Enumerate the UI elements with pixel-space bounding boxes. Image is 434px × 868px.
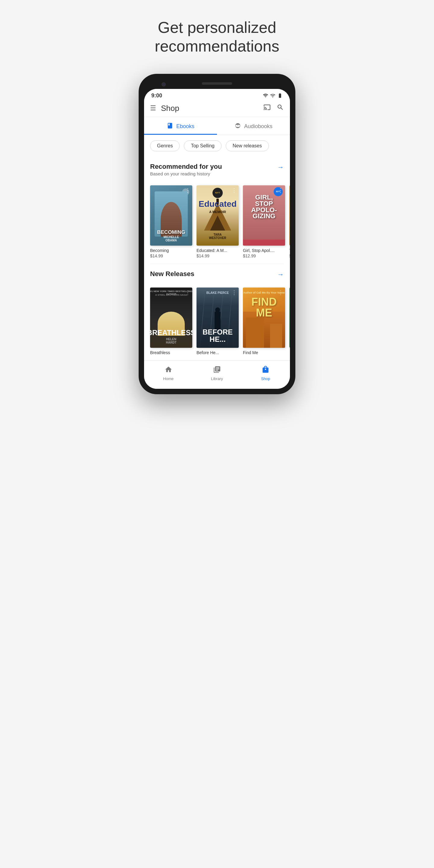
book-newrel-partial — [289, 287, 290, 355]
book-becoming-title: Becoming — [150, 248, 192, 253]
book-girlstop-cover-wrap[interactable]: NYT GIRL,STOPAPOLO-GIZING ⋮ — [243, 185, 285, 246]
book-girlstop-title: Girl, Stop Apol.... — [243, 248, 285, 253]
book-partial-price: $1... — [289, 253, 290, 258]
recommended-section: Recommended for you Based on your readin… — [144, 157, 290, 181]
nav-library-label: Library — [211, 376, 223, 381]
book-breathless: #1 NEW YORK TIMES BESTSELLING AUTHOR BRE… — [150, 287, 192, 355]
cast-icon[interactable] — [264, 104, 271, 113]
book-breathless-title: Breathless — [150, 350, 192, 355]
recommended-section-header: Recommended for you Based on your readin… — [150, 163, 284, 176]
book-becoming: #1 NEW YORK TIMES BESTSELLER ⊕ BECOMING … — [150, 185, 192, 258]
book-educated-cover-wrap[interactable]: NYT Educated A MEMOIR TARAWESTOVER — [196, 185, 239, 246]
book-newrel-partial-cover — [289, 287, 290, 348]
filter-top-selling[interactable]: Top Selling — [184, 141, 221, 151]
home-icon — [164, 366, 173, 375]
recommended-books-row: #1 NEW YORK TIMES BESTSELLER ⊕ BECOMING … — [144, 181, 290, 264]
bottom-nav: Home Library Shop — [144, 361, 290, 389]
book-educated-title: Educated: A M... — [196, 248, 239, 253]
book-partial-title: Th... — [289, 248, 290, 253]
tab-ebooks[interactable]: Ebooks — [144, 117, 217, 135]
menu-icon[interactable]: ☰ — [150, 104, 156, 112]
scroll-content: Recommended for you Based on your readin… — [144, 157, 290, 361]
status-time: 9:00 — [151, 93, 162, 99]
wifi-icon — [263, 93, 268, 98]
book-beforehe-title: Before He... — [196, 350, 239, 355]
book-educated-menu[interactable]: ⋮ — [231, 187, 237, 194]
tabs-row: Ebooks Audiobooks — [144, 117, 290, 135]
recommended-subtitle: Based on your reading history — [150, 171, 222, 176]
page-header: Get personalized recommendations — [143, 18, 291, 56]
app-bar: ☰ Shop — [144, 101, 290, 117]
filter-genres[interactable]: Genres — [150, 141, 180, 151]
book-girlstop: NYT GIRL,STOPAPOLO-GIZING ⋮ Girl, Stop A… — [243, 185, 285, 258]
new-releases-arrow[interactable]: → — [277, 271, 284, 278]
battery-icon — [277, 93, 283, 98]
phone-screen: 9:00 ☰ Shop — [144, 89, 290, 389]
shop-icon — [261, 366, 270, 375]
phone-camera — [161, 82, 166, 87]
new-releases-books-row: #1 NEW YORK TIMES BESTSELLING AUTHOR BRE… — [144, 283, 290, 361]
book-breathless-cover-wrap[interactable]: #1 NEW YORK TIMES BESTSELLING AUTHOR BRE… — [150, 287, 192, 348]
ebooks-tab-icon — [167, 122, 173, 130]
book-partial: Th... $1... — [289, 185, 290, 258]
phone-shell: 9:00 ☰ Shop — [138, 74, 296, 394]
search-icon[interactable] — [277, 104, 284, 113]
filter-row: Genres Top Selling New releases — [144, 135, 290, 157]
book-girlstop-cover: NYT GIRL,STOPAPOLO-GIZING — [243, 185, 285, 246]
phone-speaker — [202, 82, 232, 85]
recommended-title: Recommended for you — [150, 163, 222, 170]
book-newrel-partial-cover-wrap[interactable] — [289, 287, 290, 348]
signal-icon — [270, 93, 276, 98]
book-findme-cover-wrap[interactable]: FINDME Author of Call Me By Your Name ⋮ — [243, 287, 285, 348]
nav-shop[interactable]: Shop — [241, 364, 290, 383]
book-becoming-price: $14.99 — [150, 253, 192, 258]
new-releases-section-header: New Releases → — [150, 270, 284, 278]
book-educated: NYT Educated A MEMOIR TARAWESTOVER — [196, 185, 239, 258]
nav-home[interactable]: Home — [144, 364, 193, 383]
book-beforehe-cover: BLAKE PIERCE BEFOREHE... — [196, 287, 239, 348]
book-findme-title: Find Me — [243, 350, 285, 355]
book-girlstop-price: $12.99 — [243, 253, 285, 258]
tab-ebooks-label: Ebooks — [176, 123, 194, 130]
tab-audiobooks[interactable]: Audiobooks — [217, 117, 290, 135]
book-breathless-cover: #1 NEW YORK TIMES BESTSELLING AUTHOR BRE… — [150, 287, 192, 348]
book-girlstop-menu[interactable]: ⋮ — [278, 187, 283, 194]
book-partial-cover — [289, 185, 290, 246]
recommended-text-block: Recommended for you Based on your readin… — [150, 163, 222, 176]
book-beforehe-cover-wrap[interactable]: BLAKE PIERCE BEFOREHE... ⋮ — [196, 287, 239, 348]
filter-new-releases[interactable]: New releases — [226, 141, 269, 151]
book-educated-cover: NYT Educated A MEMOIR TARAWESTOVER — [196, 185, 239, 246]
book-becoming-menu[interactable]: ⋮ — [185, 187, 190, 194]
status-bar: 9:00 — [144, 89, 290, 101]
nav-home-label: Home — [163, 376, 174, 381]
audiobooks-tab-icon — [235, 122, 241, 130]
book-becoming-cover: #1 NEW YORK TIMES BESTSELLER ⊕ BECOMING … — [150, 185, 192, 246]
phone-top-bar — [144, 79, 290, 88]
new-releases-section: New Releases → — [144, 264, 290, 283]
book-findme: FINDME Author of Call Me By Your Name ⋮ … — [243, 287, 285, 355]
book-breathless-menu[interactable]: ⋮ — [185, 289, 190, 296]
tab-audiobooks-label: Audiobooks — [244, 123, 273, 130]
status-icons — [263, 93, 283, 98]
page-headline: Get personalized recommendations — [155, 18, 279, 56]
nav-library[interactable]: Library — [193, 364, 241, 383]
new-releases-title: New Releases — [150, 270, 194, 278]
nav-shop-label: Shop — [261, 376, 270, 381]
app-bar-icons — [264, 104, 284, 113]
book-beforehe: BLAKE PIERCE BEFOREHE... ⋮ Before He... — [196, 287, 239, 355]
library-icon — [213, 366, 221, 375]
book-becoming-cover-wrap[interactable]: #1 NEW YORK TIMES BESTSELLER ⊕ BECOMING … — [150, 185, 192, 246]
app-title: Shop — [161, 104, 264, 113]
recommended-arrow[interactable]: → — [277, 163, 284, 171]
book-findme-cover: FINDME Author of Call Me By Your Name — [243, 287, 285, 348]
book-educated-price: $14.99 — [196, 253, 239, 258]
book-partial-cover-wrap[interactable] — [289, 185, 290, 246]
